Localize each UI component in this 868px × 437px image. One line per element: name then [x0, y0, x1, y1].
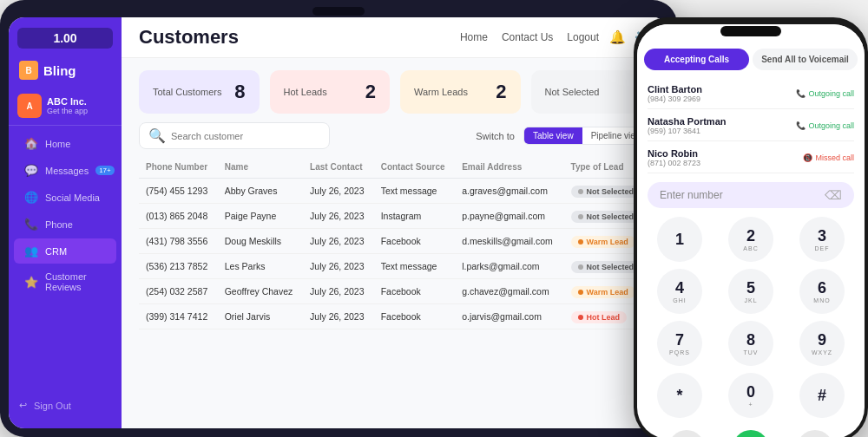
badge-dot	[578, 189, 583, 194]
home-icon: 🏠	[24, 137, 38, 150]
cell-source: Facebook	[374, 229, 455, 254]
tablet-frame: 1.00 B Bling A ABC Inc. Get the app 🏠 Ho…	[0, 0, 677, 437]
dial-key-*[interactable]: *	[657, 373, 702, 418]
sidebar-item-label: Home	[45, 139, 70, 149]
table-row[interactable]: (399) 314 7412 Oriel Jarvis July 26, 202…	[139, 304, 651, 329]
dialpad-placeholder: Enter number	[660, 189, 825, 201]
stat-total-customers: Total Customers 8	[139, 70, 260, 114]
table-row[interactable]: (431) 798 3556 Doug Meskills July 26, 20…	[139, 229, 651, 254]
call-item[interactable]: Nico Robin (871) 002 8723 📵 Missed call	[648, 143, 854, 173]
sidebar-item-customer-reviews[interactable]: ⭐ Customer Reviews	[14, 265, 116, 298]
sidebar-item-phone[interactable]: 📞 Phone	[14, 212, 116, 237]
sidebar-item-label: Messages	[45, 166, 89, 176]
cell-email: d.meskills@gmail.com	[455, 229, 563, 254]
cell-name: Abby Graves	[218, 179, 303, 204]
phone-frame: Accepting Calls Send All to Voicemail Cl…	[634, 17, 868, 437]
table-row[interactable]: (754) 455 1293 Abby Graves July 26, 2023…	[139, 179, 651, 204]
crm-icon: 👥	[24, 245, 38, 258]
cell-source: Facebook	[374, 279, 455, 304]
sign-out-button[interactable]: ↩ Sign Out	[9, 393, 122, 418]
cell-phone: (254) 032 2587	[139, 279, 218, 304]
cell-phone: (013) 865 2048	[139, 204, 218, 229]
dial-key-#[interactable]: #	[799, 373, 845, 418]
nav-link-home[interactable]: Home	[460, 31, 488, 43]
badge-dot	[578, 290, 583, 295]
dial-key-4[interactable]: 4GHI	[657, 269, 702, 314]
voicemail-btn[interactable]: Send All to Voicemail	[753, 49, 858, 70]
cell-source: Instagram	[374, 204, 455, 229]
dialpad-input-area[interactable]: Enter number ⌫	[648, 182, 854, 208]
dial-key-6[interactable]: 6MNO	[799, 269, 845, 314]
caller-number: (984) 309 2969	[648, 95, 702, 103]
cell-email: l.parks@gmail.com	[455, 254, 563, 279]
cell-phone: (754) 455 1293	[139, 179, 218, 204]
cell-email: o.jarvis@gmail.com	[455, 304, 563, 329]
app-name: Bling	[43, 63, 76, 78]
caller-number: (959) 107 3641	[648, 127, 726, 135]
cell-email: g.chavez@gmail.com	[455, 279, 563, 304]
cell-last-contact: July 26, 2023	[303, 179, 374, 204]
cell-phone: (399) 314 7412	[139, 304, 218, 329]
messages-badge: 17+	[95, 166, 115, 175]
search-icon: 🔍	[148, 127, 166, 144]
sidebar-item-label: Phone	[45, 219, 73, 230]
accepting-calls-btn[interactable]: Accepting Calls	[644, 49, 749, 70]
sidebar-item-messages[interactable]: 💬 Messages 17+	[14, 158, 116, 183]
table-row[interactable]: (013) 865 2048 Paige Payne July 26, 2023…	[139, 204, 651, 229]
search-box[interactable]: 🔍	[139, 122, 330, 149]
account-sub: Get the app	[47, 107, 88, 115]
stat-label: Total Customers	[153, 87, 221, 97]
search-input[interactable]	[171, 131, 320, 141]
cell-source: Text message	[374, 254, 455, 279]
grid-button[interactable]: ⠿	[797, 430, 833, 437]
dial-key-3[interactable]: 3DEF	[799, 217, 845, 262]
table-view-btn[interactable]: Table view	[524, 127, 582, 144]
call-item[interactable]: Natasha Portman (959) 107 3641 📞 Outgoin…	[648, 111, 854, 141]
call-list: Clint Barton (984) 309 2969 📞 Outgoing c…	[637, 75, 865, 177]
sidebar-item-label: Customer Reviews	[45, 271, 106, 292]
call-status: 📞 Outgoing call	[796, 89, 854, 98]
cell-name: Doug Meskills	[218, 229, 303, 254]
stat-label: Hot Leads	[284, 87, 327, 97]
dial-key-0[interactable]: 0+	[728, 373, 773, 418]
sidebar-item-home[interactable]: 🏠 Home	[14, 131, 116, 156]
call-button[interactable]: 📞	[733, 430, 769, 437]
stat-value: 2	[365, 81, 376, 103]
cell-last-contact: July 26, 2023	[303, 279, 374, 304]
dial-key-7[interactable]: 7PQRS	[657, 321, 702, 366]
sidebar: 1.00 B Bling A ABC Inc. Get the app 🏠 Ho…	[9, 17, 122, 428]
stat-warm-leads: Warm Leads 2	[400, 70, 521, 114]
phone-actions: 📹 📞 ⠿	[637, 423, 865, 437]
nav-link-contact[interactable]: Contact Us	[502, 31, 553, 43]
dial-key-9[interactable]: 9WXYZ	[799, 321, 845, 366]
col-source: Contact Source	[374, 156, 455, 179]
notification-icon[interactable]: 🔔	[609, 29, 626, 45]
sidebar-item-crm[interactable]: 👥 CRM	[14, 238, 116, 264]
badge-dot	[578, 239, 583, 245]
cell-last-contact: July 26, 2023	[303, 204, 374, 229]
customers-table: Phone Number Name Last Contact Contact S…	[139, 156, 651, 329]
table-row[interactable]: (254) 032 2587 Geoffrey Chavez July 26, …	[139, 279, 651, 304]
dial-key-1[interactable]: 1	[657, 217, 702, 262]
backspace-icon[interactable]: ⌫	[825, 188, 842, 202]
account-avatar: A	[17, 94, 42, 118]
sidebar-item-social-media[interactable]: 🌐 Social Media	[14, 185, 116, 210]
cell-name: Oriel Jarvis	[218, 304, 303, 329]
top-nav: Customers Home Contact Us Logout 🔔 ⚙️	[122, 17, 668, 58]
dial-key-2[interactable]: 2ABC	[728, 217, 773, 262]
nav-link-logout[interactable]: Logout	[567, 31, 599, 43]
table-row[interactable]: (536) 213 7852 Les Parks July 26, 2023 T…	[139, 254, 651, 279]
top-nav-links: Home Contact Us Logout	[460, 31, 599, 43]
page-title: Customers	[139, 26, 450, 49]
sidebar-logo: B Bling	[9, 57, 122, 88]
caller-name: Clint Barton	[648, 84, 702, 95]
caller-name: Natasha Portman	[648, 116, 726, 127]
dial-key-8[interactable]: 8TUV	[728, 321, 773, 366]
main-content: Customers Home Contact Us Logout 🔔 ⚙️ To…	[122, 17, 668, 428]
video-button[interactable]: 📹	[668, 430, 705, 437]
call-item[interactable]: Clint Barton (984) 309 2969 📞 Outgoing c…	[648, 79, 854, 109]
account-section[interactable]: A ABC Inc. Get the app	[9, 88, 122, 126]
account-name: ABC Inc.	[47, 96, 88, 107]
dial-key-5[interactable]: 5JKL	[728, 269, 773, 314]
lead-badge: Not Selected	[571, 186, 641, 198]
